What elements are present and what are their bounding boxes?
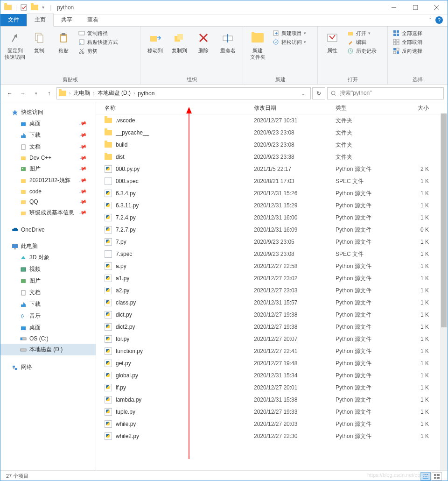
file-row[interactable]: dict2.py2020/12/27 19:38Python 源文件1 K <box>96 321 448 333</box>
nav-item[interactable]: 文档 <box>0 287 96 298</box>
file-row[interactable]: lambda.py2020/12/31 15:38Python 源文件1 K <box>96 394 448 406</box>
nav-item[interactable]: QQ📌 <box>0 197 96 207</box>
collapse-ribbon-icon[interactable]: ˄ <box>429 17 432 24</box>
nav-item[interactable]: 视频 <box>0 263 96 275</box>
search-input[interactable]: 搜索"python" <box>327 87 444 99</box>
breadcrumb-dropdown-icon[interactable]: ⌄ <box>298 90 308 97</box>
file-row[interactable]: tuple.py2020/12/27 19:33Python 源文件1 K <box>96 406 448 418</box>
tab-share[interactable]: 共享 <box>54 14 80 26</box>
select-none-button[interactable]: 全部取消 <box>392 38 422 46</box>
file-row[interactable]: __pycache__2020/9/23 23:08文件夹 <box>96 127 448 139</box>
refresh-button[interactable]: ↻ <box>312 87 325 99</box>
file-row[interactable]: 000.spec2020/8/21 17:03SPEC 文件1 K <box>96 175 448 187</box>
file-row[interactable]: a2.py2020/12/27 23:03Python 源文件1 K <box>96 284 448 297</box>
copy-to-button[interactable]: 复制到 <box>168 28 191 56</box>
file-list[interactable]: .vscode2020/12/27 10:31文件夹__pycache__202… <box>96 114 448 457</box>
file-row[interactable]: a1.py2020/12/27 23:02Python 源文件1 K <box>96 272 448 284</box>
col-type[interactable]: 类型 <box>336 104 401 112</box>
nav-onedrive[interactable]: OneDrive <box>0 225 96 234</box>
properties-button[interactable]: 属性 <box>321 28 344 56</box>
nav-quick-access[interactable]: 快速访问 <box>0 107 96 118</box>
delete-button[interactable]: 删除 <box>192 28 215 56</box>
history-button[interactable]: 历史记录 <box>347 47 377 55</box>
file-row[interactable]: 7.spec2020/9/23 23:08SPEC 文件1 K <box>96 248 448 260</box>
file-row[interactable]: dist2020/9/23 23:38文件夹 <box>96 151 448 163</box>
file-row[interactable]: a.py2020/12/27 22:58Python 源文件1 K <box>96 260 448 272</box>
nav-item[interactable]: 图片📌 <box>0 163 96 175</box>
file-row[interactable]: global.py2020/12/31 15:34Python 源文件1 K <box>96 369 448 382</box>
help-icon[interactable]: ? <box>435 16 443 24</box>
recent-dropdown[interactable]: ▾ <box>30 88 42 99</box>
minimize-button[interactable] <box>383 0 405 14</box>
checkbox-checked-icon[interactable] <box>21 4 27 11</box>
chevron-right-icon[interactable]: › <box>93 91 94 96</box>
nav-item[interactable]: 下载 <box>0 298 96 310</box>
file-row[interactable]: function.py2020/12/27 22:41Python 源文件1 K <box>96 345 448 357</box>
tab-file[interactable]: 文件 <box>0 14 27 26</box>
edit-button[interactable]: 编辑 <box>347 38 377 46</box>
file-row[interactable]: get.py2020/12/27 19:48Python 源文件1 K <box>96 357 448 369</box>
maximize-button[interactable] <box>405 0 426 14</box>
copy-button[interactable]: 复制 <box>28 28 51 56</box>
navigation-pane[interactable]: 快速访问 桌面📌下载📌文档📌Dev C++📌图片📌202012182-姚辉📌co… <box>0 102 96 470</box>
file-row[interactable]: class.py2020/12/31 15:57Python 源文件1 K <box>96 297 448 309</box>
breadcrumb-folder[interactable]: python <box>136 90 156 97</box>
file-row[interactable]: 7.2.4.py2020/12/31 16:00Python 源文件1 K <box>96 212 448 224</box>
easy-access-button[interactable]: 轻松访问▾ <box>272 38 306 46</box>
new-folder-button[interactable]: 新建 文件夹 <box>246 28 269 63</box>
breadcrumb-this-pc[interactable]: 此电脑 <box>71 89 92 97</box>
pin-quick-access-button[interactable]: 固定到 快速访问 <box>3 28 27 63</box>
file-row[interactable]: 7.2.7.py2020/12/31 16:09Python 源文件0 K <box>96 224 448 236</box>
close-button[interactable] <box>426 0 448 14</box>
back-button[interactable]: ← <box>4 88 15 99</box>
col-name[interactable]: 名称 <box>105 104 254 112</box>
nav-item[interactable]: 音乐 <box>0 310 96 322</box>
nav-item[interactable]: 文档📌 <box>0 141 96 153</box>
move-to-button[interactable]: 移动到 <box>143 28 167 56</box>
file-row[interactable]: 000.py.py2021/1/5 22:17Python 源文件2 K <box>96 163 448 175</box>
qat-folder-icon[interactable] <box>31 5 38 10</box>
paste-shortcut-button[interactable]: 粘贴快捷方式 <box>78 38 118 46</box>
nav-this-pc[interactable]: 此电脑 <box>0 241 96 252</box>
file-row[interactable]: 6.3.4.py2020/12/31 15:26Python 源文件1 K <box>96 187 448 199</box>
breadcrumb-drive[interactable]: 本地磁盘 (D:) <box>96 89 133 97</box>
open-button[interactable]: 打开▾ <box>347 29 377 37</box>
column-headers[interactable]: 名称 修改日期 类型 大小 <box>96 102 448 114</box>
col-size[interactable]: 大小 <box>401 104 429 112</box>
file-row[interactable]: build2020/9/23 23:08文件夹 <box>96 139 448 151</box>
chevron-right-icon[interactable]: › <box>133 91 135 96</box>
tab-home[interactable]: 主页 <box>27 14 54 27</box>
nav-item[interactable]: OS (C:) <box>0 333 96 344</box>
file-row[interactable]: dict.py2020/12/27 19:38Python 源文件1 K <box>96 309 448 321</box>
file-row[interactable]: .vscode2020/12/27 10:31文件夹 <box>96 114 448 127</box>
file-row[interactable]: for.py2020/12/27 20:07Python 源文件1 K <box>96 333 448 345</box>
rename-button[interactable]: 重命名 <box>216 28 239 56</box>
col-date[interactable]: 修改日期 <box>254 104 336 112</box>
file-row[interactable]: if.py2020/12/27 20:01Python 源文件1 K <box>96 382 448 394</box>
file-row[interactable]: while.py2020/12/27 20:03Python 源文件1 K <box>96 418 448 430</box>
chevron-right-icon[interactable]: › <box>69 91 70 96</box>
nav-item[interactable]: Dev C++📌 <box>0 153 96 163</box>
invert-selection-button[interactable]: 反向选择 <box>392 47 422 55</box>
new-item-button[interactable]: ✦新建项目▾ <box>272 29 306 37</box>
file-row[interactable]: 7.py2020/9/23 23:05Python 源文件1 K <box>96 236 448 248</box>
nav-item[interactable]: 桌面 <box>0 322 96 333</box>
nav-network[interactable]: 网络 <box>0 362 96 373</box>
nav-item[interactable]: 桌面📌 <box>0 118 96 129</box>
scrollbar-vertical[interactable] <box>440 113 448 470</box>
nav-item[interactable]: code📌 <box>0 186 96 197</box>
qat-dropdown-icon[interactable]: ▾ <box>42 5 44 10</box>
nav-item[interactable]: 3D 对象 <box>0 252 96 263</box>
file-row[interactable]: 6.3.11.py2020/12/31 15:29Python 源文件1 K <box>96 199 448 212</box>
nav-item[interactable]: 图片 <box>0 275 96 287</box>
cut-button[interactable]: 剪切 <box>78 47 118 55</box>
nav-item[interactable]: 本地磁盘 (D:) <box>0 344 96 355</box>
nav-item[interactable]: 下载📌 <box>0 129 96 141</box>
breadcrumb[interactable]: › 此电脑 › 本地磁盘 (D:) › python ⌄ <box>56 87 311 99</box>
nav-item[interactable]: 202012182-姚辉📌 <box>0 175 96 186</box>
view-icons-button[interactable] <box>432 472 442 481</box>
up-button[interactable]: ↑ <box>43 88 55 99</box>
file-row[interactable]: while2.py2020/12/27 22:30Python 源文件1 K <box>96 430 448 442</box>
copy-path-button[interactable]: 复制路径 <box>78 29 118 37</box>
paste-button[interactable]: 粘贴 <box>52 28 75 56</box>
